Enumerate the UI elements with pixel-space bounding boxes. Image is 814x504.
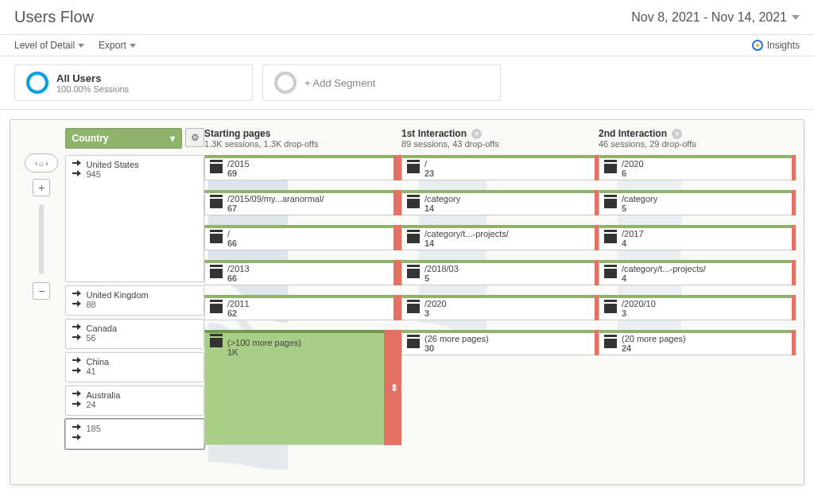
source-node[interactable]: 185: [65, 419, 205, 449]
date-range-selector[interactable]: Nov 8, 2021 - Nov 14, 2021: [631, 10, 800, 25]
page-value: 14: [424, 238, 509, 248]
segment-all-users[interactable]: All Users 100.00% Sessions: [14, 64, 253, 101]
drop-off-bar: [792, 260, 796, 285]
step-sub: 89 sessions, 43 drop-offs: [401, 139, 599, 149]
drop-off-bar: [792, 190, 796, 215]
zoom-in-button[interactable]: +: [33, 179, 50, 196]
drag-handle-icon[interactable]: ⇕: [390, 382, 398, 394]
page-value: 3: [622, 308, 656, 318]
step-sub: 46 sessions, 29 drop-offs: [599, 139, 796, 149]
export-label: Export: [99, 40, 126, 51]
page-node[interactable]: (26 more pages) 30: [401, 330, 599, 355]
page-icon: [604, 304, 617, 313]
page-node[interactable]: /2020 6: [599, 155, 796, 180]
page-value: 5: [424, 273, 459, 283]
page-node[interactable]: /2020 3: [401, 295, 599, 320]
page-node[interactable]: /2011 62: [204, 295, 401, 320]
flow-home-button[interactable]: ‹ ⌂ ›: [25, 153, 58, 173]
drop-off-bar: [792, 330, 796, 355]
segment-circle-icon: [274, 72, 297, 94]
page-node[interactable]: (>100 more pages) 1K ⇕: [204, 330, 401, 445]
page-node[interactable]: /category/t...-projects/ 14: [401, 225, 599, 250]
page-label: /2020: [424, 299, 447, 308]
date-range-label: Nov 8, 2021 - Nov 14, 2021: [631, 10, 787, 25]
insights-label: Insights: [767, 40, 800, 51]
source-node[interactable]: China 41: [65, 352, 205, 382]
arrow-right-icon: [72, 324, 82, 334]
page-icon: [210, 199, 223, 208]
page-icon: [604, 164, 617, 173]
page-icon: [407, 339, 420, 348]
chevron-right-icon: ›: [45, 159, 48, 168]
page-node[interactable]: /category 14: [401, 190, 599, 215]
page-icon: [407, 269, 420, 278]
page-node[interactable]: /2013 66: [204, 260, 401, 285]
page-icon: [604, 234, 617, 243]
insights-button[interactable]: Insights: [752, 40, 800, 51]
page-icon: [407, 304, 420, 313]
zoom-out-button[interactable]: −: [33, 282, 50, 300]
page-label: /2020/10: [622, 299, 656, 308]
source-value: 56: [87, 333, 118, 343]
page-label: (>100 more pages): [227, 338, 301, 347]
caret-down-icon: ▾: [170, 133, 175, 144]
page-node[interactable]: /2017 4: [599, 225, 796, 250]
arrow-right-icon: [72, 301, 82, 311]
source-label: United States: [87, 160, 139, 169]
remove-step-button[interactable]: ×: [672, 129, 682, 139]
source-label: Australia: [87, 390, 121, 400]
arrow-right-icon: [72, 368, 82, 378]
source-node[interactable]: United States 945: [65, 155, 205, 282]
page-node[interactable]: /category/t...-projects/ 4: [599, 260, 796, 285]
level-label: Level of Detail: [14, 40, 75, 51]
arrow-right-icon: [72, 291, 82, 300]
page-label: /2015/09/my...aranormal/: [227, 194, 324, 204]
source-node[interactable]: Canada 56: [65, 319, 205, 349]
page-node[interactable]: (20 more pages) 24: [599, 330, 796, 355]
source-label: Canada: [87, 324, 118, 333]
page-label: /2015: [227, 159, 250, 169]
add-segment-label: + Add Segment: [304, 77, 375, 89]
page-value: 5: [622, 204, 657, 213]
page-node[interactable]: /2018/03 5: [401, 260, 599, 285]
page-node[interactable]: /category 5: [599, 190, 796, 215]
page-title: Users Flow: [14, 8, 94, 26]
page-label: /: [227, 229, 237, 238]
dimension-selector[interactable]: Country ▾: [65, 128, 183, 149]
page-node[interactable]: /2020/10 3: [599, 295, 796, 320]
page-value: 4: [622, 273, 706, 283]
arrow-right-icon: [72, 435, 82, 444]
users-flow-canvas[interactable]: ‹ ⌂ › + − Country ▾ ⚙: [10, 119, 804, 485]
source-node[interactable]: Australia 24: [65, 386, 205, 416]
page-label: (26 more pages): [424, 334, 489, 343]
segment-title: All Users: [56, 72, 129, 84]
page-value: 6: [622, 169, 644, 178]
page-node[interactable]: /2015 69: [204, 155, 401, 180]
drop-off-bar: [792, 225, 796, 250]
page-value: 14: [424, 204, 460, 213]
remove-step-button[interactable]: ×: [471, 129, 482, 139]
page-icon: [210, 304, 223, 313]
level-of-detail-menu[interactable]: Level of Detail: [14, 40, 84, 51]
caret-down-icon: [792, 15, 800, 20]
add-segment-button[interactable]: + Add Segment: [262, 64, 501, 101]
drop-off-bar: [393, 225, 401, 250]
page-value: 30: [424, 343, 489, 353]
page-icon: [604, 199, 617, 208]
page-node[interactable]: /2015/09/my...aranormal/ 67: [204, 190, 401, 215]
page-label: /category/t...-projects/: [424, 229, 509, 238]
page-label: /2011: [227, 299, 250, 308]
source-value: 24: [87, 400, 121, 409]
export-menu[interactable]: Export: [99, 40, 136, 51]
step-title: 2nd Interaction: [599, 128, 667, 139]
drop-off-bar: ⇕: [384, 330, 401, 445]
page-node[interactable]: / 66: [204, 225, 401, 250]
zoom-slider[interactable]: [39, 204, 44, 274]
page-icon: [604, 339, 617, 348]
dimension-settings-button[interactable]: ⚙: [185, 128, 204, 147]
source-node[interactable]: United Kingdom 88: [65, 285, 205, 316]
source-value: 945: [87, 169, 139, 179]
page-node[interactable]: / 23: [401, 155, 599, 180]
page-label: (20 more pages): [622, 334, 686, 343]
page-value: 66: [227, 238, 237, 248]
